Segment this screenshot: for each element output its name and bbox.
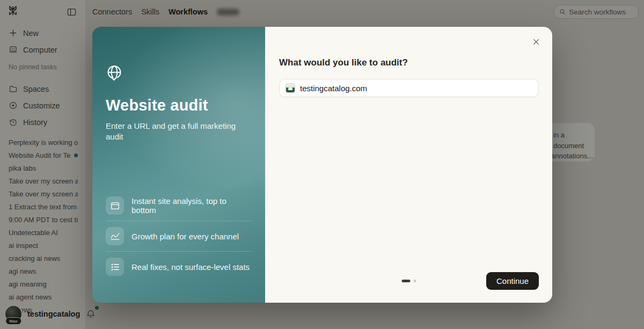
modal-right-panel: What would you like to audit? Continue — [265, 27, 552, 303]
divider — [106, 251, 251, 252]
growth-chart-icon — [106, 227, 124, 245]
feature-label: Growth plan for every channel — [131, 232, 239, 241]
checklist-icon — [106, 258, 124, 276]
website-audit-modal: Website audit Enter a URL and get a full… — [92, 27, 552, 303]
browser-window-icon — [106, 196, 124, 215]
feature-row: Instant site analysis, top to bottom — [106, 192, 251, 219]
feature-label: Real fixes, not surface-level stats — [131, 262, 250, 272]
carousel-indicator — [402, 280, 416, 282]
url-input-field[interactable] — [279, 79, 539, 97]
audit-question-heading: What would you like to audit? — [279, 57, 539, 68]
feature-row: Real fixes, not surface-level stats — [106, 253, 251, 280]
carousel-dot-active[interactable] — [402, 280, 411, 282]
continue-button[interactable]: Continue — [486, 272, 539, 290]
divider — [106, 221, 251, 221]
site-favicon — [286, 83, 295, 93]
feature-label: Instant site analysis, top to bottom — [131, 196, 251, 215]
modal-subtitle: Enter a URL and get a full marketing aud… — [106, 121, 251, 143]
carousel-dot[interactable] — [414, 280, 416, 282]
close-icon[interactable] — [530, 35, 543, 50]
modal-left-panel: Website audit Enter a URL and get a full… — [92, 27, 265, 303]
modal-title: Website audit — [106, 97, 251, 114]
feature-row: Growth plan for every channel — [106, 223, 251, 250]
globe-icon — [106, 64, 251, 84]
url-input[interactable] — [300, 84, 532, 93]
feature-list: Instant site analysis, top to bottom Gro… — [106, 192, 251, 280]
